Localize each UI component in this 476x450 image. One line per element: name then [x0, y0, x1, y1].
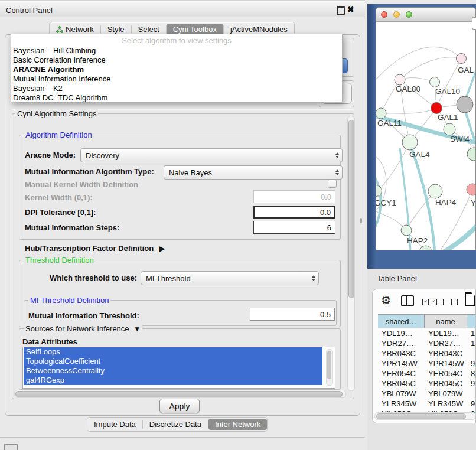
mi-threshold-field[interactable]: 0.5: [250, 308, 335, 321]
sources-legend[interactable]: Sources for Network Inference ▼: [24, 324, 142, 333]
table-horizontal-scrollbar[interactable]: [374, 412, 476, 420]
dpi-tolerance-field[interactable]: 0.0: [253, 206, 335, 219]
algorithm-option[interactable]: ARACNE Algorithm: [11, 65, 342, 74]
dpi-tolerance-label: DPI Tolerance [0,1]:: [25, 208, 96, 217]
mi-steps-field[interactable]: 6: [253, 221, 335, 234]
cyni-bottom-tabs: Impute DataDiscretize DataInfer Network: [87, 417, 268, 432]
network-node-label: GAL: [458, 66, 474, 74]
settings-horizontal-scrollbar[interactable]: [14, 390, 346, 398]
attribute-item[interactable]: SelfLoops: [24, 347, 322, 357]
network-window-titlebar[interactable]: [376, 8, 475, 22]
settings-vertical-scrollbar-thumb[interactable]: [348, 120, 354, 298]
network-node[interactable]: [430, 77, 440, 87]
network-node[interactable]: [376, 108, 386, 119]
table-row[interactable]: YDR27…YDR27…12: [378, 338, 476, 348]
which-threshold-label: Which threshold to use:: [50, 273, 137, 282]
table-row[interactable]: YLR345WYLR345W9.: [378, 399, 476, 409]
table-cell: YLR345W: [378, 399, 425, 408]
panel-divider-handle[interactable]: [360, 218, 362, 223]
data-attributes-list[interactable]: SelfLoopsTopologicalCoefficientBetweenne…: [22, 347, 335, 389]
table-row[interactable]: YPR145WYPR145W9.: [378, 358, 476, 369]
network-node[interactable]: [467, 184, 476, 195]
minimize-traffic-light-icon[interactable]: [393, 11, 400, 18]
settings-horizontal-scrollbar-thumb[interactable]: [15, 391, 343, 397]
attribute-item[interactable]: BetweennessCentrality: [24, 366, 322, 376]
expanded-arrow-icon[interactable]: ▼: [133, 325, 141, 333]
algorithm-option[interactable]: Dream8 DC_TDC Algorithm: [11, 93, 342, 103]
collapsed-arrow-icon[interactable]: ▶: [159, 244, 165, 253]
column-header[interactable]: A: [467, 315, 476, 328]
minimized-panel-icon[interactable]: [4, 444, 18, 450]
network-node-label: HAP2: [407, 236, 428, 245]
column-header[interactable]: shared…: [378, 315, 425, 328]
mi-type-select[interactable]: Naive Bayes: [164, 165, 343, 180]
table-cell: YDL19…: [425, 329, 467, 338]
network-node[interactable]: [457, 96, 473, 113]
select-all-checkboxes-icon[interactable]: ✓✓: [422, 299, 437, 305]
table-cell: YDR27…: [378, 339, 425, 348]
tab-discretize-data[interactable]: Discretize Data: [143, 419, 208, 430]
algorithm-option[interactable]: Mutual Information Inference: [11, 74, 342, 84]
network-node[interactable]: [428, 184, 442, 198]
network-view-window[interactable]: GALGAL80GAL10GAL1GAL11SWI4GAL4GCY1HAP4YH…: [376, 7, 476, 250]
attribute-item[interactable]: TopologicalCoefficient: [24, 357, 322, 366]
apply-button[interactable]: Apply: [159, 399, 200, 413]
table-cell: YDR27…: [425, 339, 467, 348]
aracne-mode-select[interactable]: Discovery: [80, 148, 343, 162]
close-icon[interactable]: ✖: [347, 5, 354, 14]
manual-kernel-checkbox[interactable]: [328, 179, 337, 188]
network-node-label: GAL10: [435, 87, 460, 96]
split-columns-icon[interactable]: [401, 295, 414, 306]
table-row[interactable]: YBR045CYBR045C9.: [378, 379, 476, 389]
network-node[interactable]: [395, 74, 405, 85]
network-node[interactable]: [467, 148, 476, 161]
network-icon: [56, 26, 63, 33]
table-panel-title: Table Panel: [377, 274, 417, 283]
algorithm-option[interactable]: Bayesian – K2: [11, 84, 342, 93]
deselect-checkboxes-icon[interactable]: [443, 299, 458, 305]
which-threshold-select[interactable]: MI Threshold: [141, 271, 319, 285]
tab-infer-network[interactable]: Infer Network: [208, 419, 267, 430]
close-traffic-light-icon[interactable]: [381, 11, 387, 18]
network-edge-highlighted: [442, 221, 476, 250]
network-node[interactable]: [402, 135, 418, 150]
algorithm-option[interactable]: Basic Correlation Inference: [11, 56, 342, 65]
tab-label: Cyni Toolbox: [173, 25, 217, 34]
manual-kernel-label: Manual Kernel Width Definition: [25, 180, 138, 189]
network-node[interactable]: [401, 225, 412, 236]
settings-vertical-scrollbar[interactable]: [347, 116, 355, 391]
network-node[interactable]: [431, 103, 442, 114]
table-cell: YBR045C: [425, 379, 467, 388]
zoom-traffic-light-icon[interactable]: [406, 11, 412, 18]
network-node-label: SWI4: [450, 135, 470, 144]
column-header[interactable]: name: [425, 315, 467, 328]
node-attribute-table: shared…nameAYDL19…YDL19…13YDR27…YDR27…12…: [378, 314, 476, 419]
table-cell: 12: [467, 339, 476, 348]
table-cell: YBR043C: [378, 349, 425, 358]
function-builder-icon[interactable]: [465, 292, 475, 306]
mi-steps-label: Mutual Information Steps:: [25, 223, 119, 232]
gear-icon[interactable]: ⚙: [381, 294, 391, 307]
tab-impute-data[interactable]: Impute Data: [87, 419, 142, 430]
mi-type-value: Naive Bayes: [169, 168, 212, 177]
network-canvas[interactable]: GALGAL80GAL10GAL1GAL11SWI4GAL4GCY1HAP4YH…: [376, 21, 476, 250]
table-horizontal-scrollbar-thumb[interactable]: [376, 413, 466, 419]
network-node[interactable]: [457, 54, 467, 64]
network-node[interactable]: [444, 123, 455, 135]
algorithm-option[interactable]: Bayesian – Hill Climbing: [11, 46, 342, 56]
table-row[interactable]: YBL079WYBL079W: [378, 389, 476, 399]
table-cell: YER054C: [378, 369, 425, 378]
network-node-label: GAL80: [396, 84, 420, 93]
control-panel-bottom-edge: [0, 437, 365, 438]
table-row[interactable]: YER054CYER054C8.: [378, 369, 476, 379]
cyni-algorithm-settings-legend: Cyni Algorithm Settings: [15, 109, 98, 118]
attributes-scrollbar-thumb[interactable]: [327, 351, 331, 379]
float-window-icon[interactable]: [337, 6, 345, 15]
table-row[interactable]: YBR043CYBR043C: [378, 348, 476, 358]
hub-definition-toggle[interactable]: Hub/Transcription Factor Definition ▶: [25, 244, 165, 253]
kernel-width-field[interactable]: 0.0: [253, 190, 335, 203]
tab-label: Style: [107, 25, 125, 34]
table-row[interactable]: YDL19…YDL19…13: [378, 328, 476, 338]
attributes-scrollbar[interactable]: [326, 349, 333, 386]
attribute-item[interactable]: gal4RGexp: [24, 376, 322, 385]
